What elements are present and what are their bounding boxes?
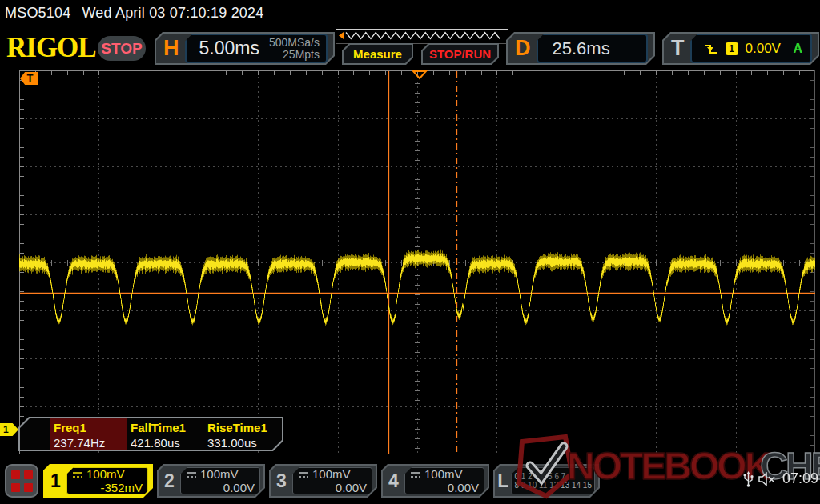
trigger-inset: 1 0.00V A	[690, 34, 813, 63]
trigger-position-marker[interactable]	[412, 70, 428, 80]
channel2-offset: 0.00V	[186, 481, 255, 494]
waveform-display[interactable]	[19, 70, 815, 454]
red-square-icon	[24, 483, 33, 492]
delay-panel[interactable]: D 25.6ms	[506, 32, 655, 65]
usb-icon	[743, 471, 754, 487]
datetime: Wed April 03 07:10:19 2024	[82, 5, 263, 21]
horizontal-panel[interactable]: H 5.00ms 500MSa/s 25Mpts	[155, 32, 335, 65]
delay-label: D	[508, 36, 537, 61]
trigger-source-badge: 1	[726, 42, 738, 55]
trigger-panel[interactable]: T 1 0.00V A	[662, 32, 819, 65]
display-grid-button[interactable]	[5, 464, 38, 498]
falling-edge-trigger-icon	[703, 42, 718, 56]
sound-muted-icon	[758, 472, 778, 486]
dc-coupling-icon	[72, 470, 83, 478]
oscilloscope-screen: MSO5104Wed April 03 07:10:19 2024 RIGOL …	[0, 0, 820, 504]
rigol-logo: RIGOL	[6, 32, 96, 65]
acquisition-info: 500MSa/s 25Mpts	[269, 37, 326, 61]
status-bar: 07:09	[743, 470, 820, 487]
timebase-value: 5.00ms	[187, 38, 259, 59]
measurement-spacer	[20, 418, 50, 450]
channel3-scale: 100mV	[312, 467, 351, 481]
dc-coupling-icon	[410, 470, 421, 478]
stop-run-button[interactable]: STOP/RUN	[421, 43, 499, 65]
dc-coupling-icon	[298, 470, 309, 478]
overview-zigzag	[346, 33, 500, 39]
horizontal-label: H	[156, 36, 185, 61]
logic-label: L	[495, 466, 511, 496]
measurement-item-risetime[interactable]: RiseTime1 331.00us	[203, 418, 280, 450]
logic-digits-row2: 8 9 10 11 12 13 14 15	[514, 481, 592, 490]
channel-tab-4[interactable]: 4 100mV 0.00V	[381, 464, 489, 498]
sample-rate: 500MSa/s	[269, 37, 320, 49]
waveform-overview-strip[interactable]	[336, 29, 508, 44]
trigger-level-value: 0.00V	[746, 41, 781, 57]
measurement-item-freq[interactable]: Freq1 237.74Hz	[50, 418, 127, 450]
red-square-icon	[24, 470, 33, 479]
clock: 07:09	[782, 470, 818, 487]
channel3-offset: 0.00V	[298, 481, 367, 494]
overview-marker-icon	[339, 32, 344, 39]
channel-tab-1[interactable]: 1 100mV -352mV	[43, 464, 153, 498]
trigger-label: T	[664, 36, 690, 61]
delay-inset: 25.6ms	[537, 34, 649, 63]
red-square-icon	[11, 470, 20, 479]
title-bar: MSO5104Wed April 03 07:10:19 2024	[5, 5, 264, 22]
channel-tab-3[interactable]: 3 100mV 0.00V	[269, 464, 377, 498]
measure-button[interactable]: Measure	[342, 43, 413, 65]
measurement-item-falltime[interactable]: FallTime1 421.80us	[127, 418, 203, 450]
channel-tab-2[interactable]: 2 100mV 0.00V	[157, 464, 265, 498]
horizontal-inset: 5.00ms 500MSa/s 25Mpts	[185, 34, 328, 63]
measurement-panel: Freq1 237.74Hz FallTime1 421.80us RiseTi…	[18, 417, 283, 451]
memory-depth: 25Mpts	[269, 49, 320, 61]
dc-coupling-icon	[186, 470, 197, 478]
model-name: MSO5104	[5, 5, 70, 21]
channel4-scale: 100mV	[424, 467, 463, 481]
channel1-scale: 100mV	[86, 467, 125, 481]
channel2-scale: 100mV	[200, 467, 239, 481]
graticule-area: T 1	[19, 70, 815, 454]
delay-value: 25.6ms	[538, 38, 610, 59]
channel1-offset: -352mV	[72, 481, 143, 494]
red-square-icon	[11, 483, 20, 492]
logic-digits-row1: 0 1 2 3 4 5 6 7	[514, 472, 592, 481]
channel1-ground-marker[interactable]: 1	[0, 423, 18, 436]
run-state-badge[interactable]: STOP	[98, 36, 146, 61]
trigger-mode: A	[793, 42, 802, 56]
logic-analyzer-tab[interactable]: L 0 1 2 3 4 5 6 7 8 9 10 11 12 13 14 15	[493, 464, 600, 498]
channel4-offset: 0.00V	[410, 481, 479, 494]
